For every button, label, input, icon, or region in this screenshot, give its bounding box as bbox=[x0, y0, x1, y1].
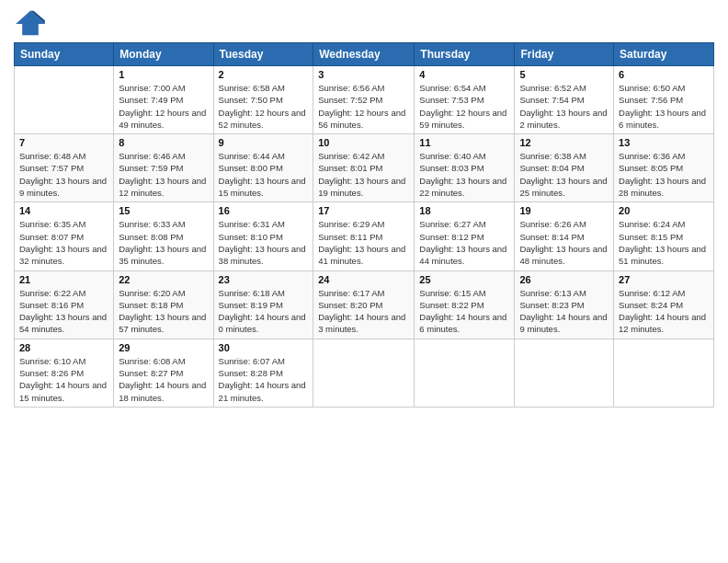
day-cell: 22Sunrise: 6:20 AMSunset: 8:18 PMDayligh… bbox=[114, 270, 213, 339]
day-number: 6 bbox=[619, 69, 709, 80]
day-number: 8 bbox=[119, 137, 208, 148]
day-cell: 5Sunrise: 6:52 AMSunset: 7:54 PMDaylight… bbox=[515, 66, 614, 134]
page: SundayMondayTuesdayWednesdayThursdayFrid… bbox=[0, 0, 728, 563]
day-number: 25 bbox=[419, 274, 509, 285]
day-number: 18 bbox=[419, 205, 509, 216]
day-number: 26 bbox=[519, 274, 609, 285]
day-info: Sunrise: 7:00 AMSunset: 7:49 PMDaylight:… bbox=[119, 82, 208, 131]
day-cell: 8Sunrise: 6:46 AMSunset: 7:59 PMDaylight… bbox=[114, 134, 213, 202]
day-number: 9 bbox=[219, 137, 309, 148]
calendar: SundayMondayTuesdayWednesdayThursdayFrid… bbox=[14, 42, 714, 408]
day-cell: 18Sunrise: 6:27 AMSunset: 8:12 PMDayligh… bbox=[415, 202, 515, 270]
day-cell: 1Sunrise: 7:00 AMSunset: 7:49 PMDaylight… bbox=[114, 66, 213, 134]
day-info: Sunrise: 6:52 AMSunset: 7:54 PMDaylight:… bbox=[519, 82, 609, 131]
day-cell: 24Sunrise: 6:17 AMSunset: 8:20 PMDayligh… bbox=[313, 270, 415, 339]
day-cell: 17Sunrise: 6:29 AMSunset: 8:11 PMDayligh… bbox=[313, 202, 415, 270]
header bbox=[14, 9, 714, 37]
calendar-header: SundayMondayTuesdayWednesdayThursdayFrid… bbox=[15, 43, 714, 66]
day-info: Sunrise: 6:22 AMSunset: 8:16 PMDaylight:… bbox=[19, 287, 108, 336]
day-number: 14 bbox=[19, 205, 108, 216]
day-number: 30 bbox=[219, 342, 309, 353]
day-cell: 16Sunrise: 6:31 AMSunset: 8:10 PMDayligh… bbox=[213, 202, 313, 270]
header-day-monday: Monday bbox=[114, 43, 213, 66]
logo-icon bbox=[14, 9, 47, 37]
day-number: 3 bbox=[318, 69, 409, 80]
day-number: 15 bbox=[119, 205, 208, 216]
day-cell: 30Sunrise: 6:07 AMSunset: 8:28 PMDayligh… bbox=[213, 339, 313, 407]
day-cell bbox=[15, 66, 114, 134]
day-cell: 26Sunrise: 6:13 AMSunset: 8:23 PMDayligh… bbox=[515, 270, 614, 339]
day-number: 19 bbox=[519, 205, 609, 216]
calendar-body: 1Sunrise: 7:00 AMSunset: 7:49 PMDaylight… bbox=[15, 66, 714, 408]
header-row: SundayMondayTuesdayWednesdayThursdayFrid… bbox=[15, 43, 714, 66]
day-info: Sunrise: 6:46 AMSunset: 7:59 PMDaylight:… bbox=[119, 150, 208, 199]
day-info: Sunrise: 6:36 AMSunset: 8:05 PMDaylight:… bbox=[619, 150, 709, 199]
day-cell bbox=[415, 339, 515, 407]
day-cell: 13Sunrise: 6:36 AMSunset: 8:05 PMDayligh… bbox=[614, 134, 714, 202]
day-cell: 9Sunrise: 6:44 AMSunset: 8:00 PMDaylight… bbox=[213, 134, 313, 202]
day-info: Sunrise: 6:08 AMSunset: 8:27 PMDaylight:… bbox=[119, 355, 208, 404]
day-cell: 6Sunrise: 6:50 AMSunset: 7:56 PMDaylight… bbox=[614, 66, 714, 134]
day-info: Sunrise: 6:13 AMSunset: 8:23 PMDaylight:… bbox=[519, 287, 609, 336]
header-day-friday: Friday bbox=[515, 43, 614, 66]
day-number: 2 bbox=[219, 69, 309, 80]
day-info: Sunrise: 6:10 AMSunset: 8:26 PMDaylight:… bbox=[19, 355, 108, 404]
day-info: Sunrise: 6:58 AMSunset: 7:50 PMDaylight:… bbox=[219, 82, 309, 131]
day-cell: 11Sunrise: 6:40 AMSunset: 8:03 PMDayligh… bbox=[415, 134, 515, 202]
day-cell: 21Sunrise: 6:22 AMSunset: 8:16 PMDayligh… bbox=[15, 270, 114, 339]
day-cell: 25Sunrise: 6:15 AMSunset: 8:22 PMDayligh… bbox=[415, 270, 515, 339]
day-info: Sunrise: 6:48 AMSunset: 7:57 PMDaylight:… bbox=[19, 150, 108, 199]
day-cell: 3Sunrise: 6:56 AMSunset: 7:52 PMDaylight… bbox=[313, 66, 415, 134]
day-cell bbox=[515, 339, 614, 407]
day-info: Sunrise: 6:40 AMSunset: 8:03 PMDaylight:… bbox=[419, 150, 509, 199]
day-info: Sunrise: 6:33 AMSunset: 8:08 PMDaylight:… bbox=[119, 218, 208, 267]
day-number: 7 bbox=[19, 137, 108, 148]
day-cell bbox=[614, 339, 714, 407]
day-number: 10 bbox=[318, 137, 409, 148]
day-number: 12 bbox=[519, 137, 609, 148]
header-day-tuesday: Tuesday bbox=[213, 43, 313, 66]
day-info: Sunrise: 6:50 AMSunset: 7:56 PMDaylight:… bbox=[619, 82, 709, 131]
header-day-sunday: Sunday bbox=[15, 43, 114, 66]
week-row-2: 14Sunrise: 6:35 AMSunset: 8:07 PMDayligh… bbox=[15, 202, 714, 270]
day-info: Sunrise: 6:24 AMSunset: 8:15 PMDaylight:… bbox=[619, 218, 709, 267]
day-cell: 12Sunrise: 6:38 AMSunset: 8:04 PMDayligh… bbox=[515, 134, 614, 202]
day-cell: 20Sunrise: 6:24 AMSunset: 8:15 PMDayligh… bbox=[614, 202, 714, 270]
day-cell bbox=[313, 339, 415, 407]
day-info: Sunrise: 6:27 AMSunset: 8:12 PMDaylight:… bbox=[419, 218, 509, 267]
day-number: 29 bbox=[119, 342, 208, 353]
day-cell: 28Sunrise: 6:10 AMSunset: 8:26 PMDayligh… bbox=[15, 339, 114, 407]
day-number: 23 bbox=[219, 274, 309, 285]
day-cell: 10Sunrise: 6:42 AMSunset: 8:01 PMDayligh… bbox=[313, 134, 415, 202]
day-info: Sunrise: 6:38 AMSunset: 8:04 PMDaylight:… bbox=[519, 150, 609, 199]
day-info: Sunrise: 6:18 AMSunset: 8:19 PMDaylight:… bbox=[219, 287, 309, 336]
day-number: 24 bbox=[318, 274, 409, 285]
header-day-saturday: Saturday bbox=[614, 43, 714, 66]
day-info: Sunrise: 6:29 AMSunset: 8:11 PMDaylight:… bbox=[318, 218, 409, 267]
day-number: 1 bbox=[119, 69, 208, 80]
day-info: Sunrise: 6:44 AMSunset: 8:00 PMDaylight:… bbox=[219, 150, 309, 199]
day-number: 5 bbox=[519, 69, 609, 80]
day-info: Sunrise: 6:26 AMSunset: 8:14 PMDaylight:… bbox=[519, 218, 609, 267]
day-info: Sunrise: 6:15 AMSunset: 8:22 PMDaylight:… bbox=[419, 287, 509, 336]
day-number: 22 bbox=[119, 274, 208, 285]
day-cell: 27Sunrise: 6:12 AMSunset: 8:24 PMDayligh… bbox=[614, 270, 714, 339]
day-number: 27 bbox=[619, 274, 709, 285]
day-info: Sunrise: 6:31 AMSunset: 8:10 PMDaylight:… bbox=[219, 218, 309, 267]
week-row-4: 28Sunrise: 6:10 AMSunset: 8:26 PMDayligh… bbox=[15, 339, 714, 407]
day-cell: 15Sunrise: 6:33 AMSunset: 8:08 PMDayligh… bbox=[114, 202, 213, 270]
day-number: 11 bbox=[419, 137, 509, 148]
day-info: Sunrise: 6:42 AMSunset: 8:01 PMDaylight:… bbox=[318, 150, 409, 199]
day-info: Sunrise: 6:17 AMSunset: 8:20 PMDaylight:… bbox=[318, 287, 409, 336]
header-day-thursday: Thursday bbox=[415, 43, 515, 66]
day-number: 21 bbox=[19, 274, 108, 285]
day-cell: 7Sunrise: 6:48 AMSunset: 7:57 PMDaylight… bbox=[15, 134, 114, 202]
day-cell: 2Sunrise: 6:58 AMSunset: 7:50 PMDaylight… bbox=[213, 66, 313, 134]
week-row-3: 21Sunrise: 6:22 AMSunset: 8:16 PMDayligh… bbox=[15, 270, 714, 339]
week-row-1: 7Sunrise: 6:48 AMSunset: 7:57 PMDaylight… bbox=[15, 134, 714, 202]
day-number: 4 bbox=[419, 69, 509, 80]
day-number: 17 bbox=[318, 205, 409, 216]
day-info: Sunrise: 6:54 AMSunset: 7:53 PMDaylight:… bbox=[419, 82, 509, 131]
day-number: 13 bbox=[619, 137, 709, 148]
day-number: 28 bbox=[19, 342, 108, 353]
